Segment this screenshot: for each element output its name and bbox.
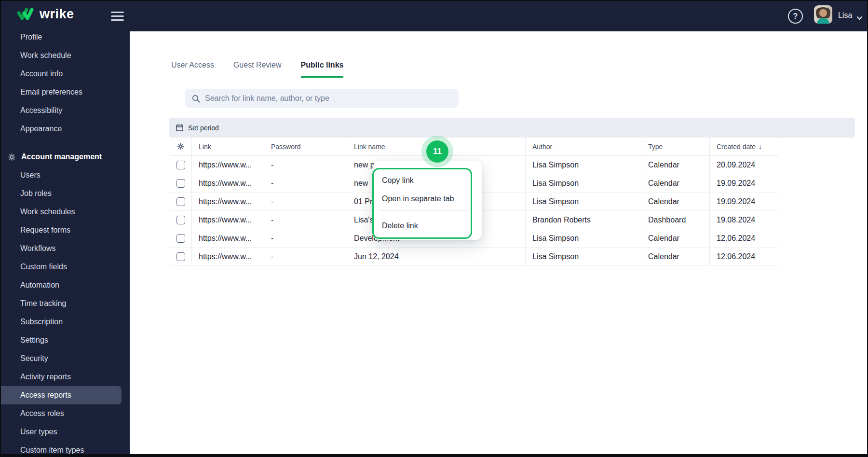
cell-link: https://www.w... [192,211,264,229]
avatar[interactable] [814,5,832,24]
tab-user-access[interactable]: User Access [171,61,214,77]
sidebar-item-workflows[interactable]: Workflows [1,239,130,258]
tutorial-step-halo: 11 [421,136,453,167]
menu-item-delete-link[interactable]: Delete link [376,217,470,235]
cell-type: Calendar [641,174,710,193]
sidebar: Profile Work schedule Account info Email… [1,31,130,454]
tab-public-links[interactable]: Public links [301,61,344,78]
header-password: Password [264,138,347,156]
sidebar-item-work-schedule[interactable]: Work schedule [1,46,130,65]
sidebar-item-accessibility[interactable]: Accessibility [1,101,130,120]
cell-type: Calendar [641,156,710,174]
menu-divider [380,210,468,211]
cell-type: Calendar [641,229,710,248]
sidebar-item-subscription[interactable]: Subscription [1,313,130,331]
cell-link: https://www.w... [192,248,264,266]
cell-name: Jun 12, 2024 [347,248,526,266]
set-period-label: Set period [188,124,219,132]
header-created-date[interactable]: Created date ↓ [710,138,778,156]
sidebar-item-time-tracking[interactable]: Time tracking [1,294,130,313]
table-gear-icon[interactable] [176,142,185,151]
set-period-button[interactable]: Set period [176,124,219,132]
row-checkbox[interactable] [176,197,185,206]
cell-date: 19.09.2024 [710,174,778,193]
sidebar-item-email-preferences[interactable]: Email preferences [1,83,130,101]
cell-link: https://www.w... [192,174,264,193]
header-author: Author [526,138,641,156]
cell-password: - [264,248,347,266]
cell-password: - [264,174,347,193]
sidebar-item-request-forms[interactable]: Request forms [1,221,130,239]
filter-toolbar: Set period [169,118,855,138]
help-icon[interactable]: ? [788,9,803,24]
main-content: User Access Guest Review Public links [130,31,867,454]
cell-author: Lisa Simpson [526,174,641,193]
sidebar-item-users[interactable]: Users [1,166,130,184]
chevron-down-icon[interactable] [857,14,862,19]
row-checkbox[interactable] [176,252,185,261]
cell-link: https://www.w... [192,156,264,174]
sidebar-item-appearance[interactable]: Appearance [1,120,130,138]
wrike-check-icon [17,8,36,21]
row-checkbox[interactable] [176,234,185,243]
cell-password: - [264,229,347,248]
sidebar-item-user-types[interactable]: User types [1,423,130,441]
user-name[interactable]: Lisa [838,11,852,20]
row-checkbox[interactable] [176,216,185,224]
cell-password: - [264,193,347,211]
sidebar-item-custom-fields[interactable]: Custom fields [1,258,130,276]
table-row[interactable]: https://www.w... - Jun 12, 2024 Lisa Sim… [170,248,778,266]
cell-type: Calendar [641,248,710,266]
cell-author: Lisa Simpson [526,248,641,266]
sidebar-item-account-info[interactable]: Account info [1,65,130,83]
sidebar-item-settings[interactable]: Settings [1,331,130,349]
tutorial-step-badge: 11 [426,140,448,163]
cell-password: - [264,156,347,174]
cell-password: - [264,211,347,229]
tab-guest-review[interactable]: Guest Review [233,61,282,77]
search-bar [185,89,459,108]
menu-item-open-separate-tab[interactable]: Open in separate tab [376,190,470,208]
menu-item-copy-link[interactable]: Copy link [376,171,470,190]
hamburger-menu-icon[interactable] [111,12,124,21]
row-checkbox[interactable] [176,179,185,188]
calendar-icon [176,124,184,132]
search-icon [192,95,200,103]
header-type: Type [641,138,710,156]
table-header-row: Link Password Link name Author Type Crea… [170,138,778,156]
sidebar-section-label: Account management [21,152,102,161]
cell-link: https://www.w... [192,193,264,211]
wrike-logo[interactable]: wrike [17,7,74,22]
column-settings-cell [170,138,192,156]
tabs-row: User Access Guest Review Public links [171,56,859,77]
sidebar-item-security[interactable]: Security [1,349,130,368]
cell-type: Dashboard [641,211,710,229]
sidebar-item-work-schedules[interactable]: Work schedules [1,203,130,221]
header-link: Link [192,138,264,156]
brand-name: wrike [40,7,74,22]
row-checkbox[interactable] [176,161,185,169]
sidebar-item-custom-item-types[interactable]: Custom item types [1,441,130,457]
cell-author: Brandon Roberts [526,211,641,229]
top-bar: wrike ? Lisa [1,1,867,31]
sidebar-item-automation[interactable]: Automation [1,276,130,294]
cell-author: Lisa Simpson [526,156,641,174]
context-menu: Copy link Open in separate tab Delete li… [373,161,482,240]
search-input[interactable] [205,94,452,103]
app-window: wrike ? Lisa Profile Work schedule Accou… [0,0,868,457]
cell-link: https://www.w... [192,229,264,248]
sidebar-item-activity-reports[interactable]: Activity reports [1,368,130,386]
cell-author: Lisa Simpson [526,193,641,211]
cell-date: 19.08.2024 [710,211,778,229]
sidebar-item-access-roles[interactable]: Access roles [1,404,130,423]
cell-date: 12.06.2024 [710,248,778,266]
sidebar-item-access-reports[interactable]: Access reports [1,386,122,404]
sort-desc-icon: ↓ [759,143,762,151]
gear-icon [7,152,16,162]
cell-date: 12.06.2024 [710,229,778,248]
sidebar-section-account-management[interactable]: Account management [1,148,130,166]
cell-author: Lisa Simpson [526,229,641,248]
cell-date: 19.09.2024 [710,193,778,211]
cell-type: Calendar [641,193,710,211]
sidebar-item-job-roles[interactable]: Job roles [1,184,130,203]
